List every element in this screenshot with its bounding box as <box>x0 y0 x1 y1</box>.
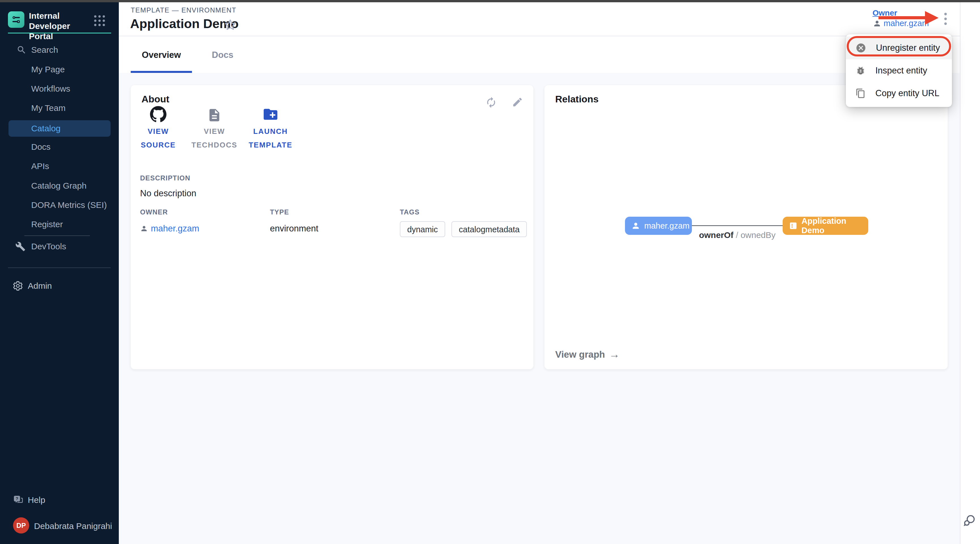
folder-plus-icon <box>262 103 279 122</box>
sidebar-item-catalog-graph[interactable]: Catalog Graph <box>0 176 119 196</box>
edit-pencil-icon[interactable] <box>512 96 523 110</box>
sidebar-item-catalog[interactable]: Catalog <box>8 120 111 137</box>
about-actions: VIEW SOURCE VIEW TECHDOCS LAUNCH <box>137 103 292 150</box>
sidebar-item-register[interactable]: Register <box>0 215 119 234</box>
sidebar-item-label: APIs <box>31 161 49 171</box>
edge-reverse-label: ownedBy <box>741 230 776 240</box>
arrow-right-icon: → <box>609 348 620 361</box>
sidebar-item-label: Workflows <box>31 84 70 94</box>
type-field: TYPE environment <box>270 208 400 237</box>
about-card: About VIEW SOURCE <box>131 85 533 369</box>
type-field-value: environment <box>270 224 400 234</box>
help-chat-icon: ? <box>13 495 24 506</box>
sidebar-item-label: Catalog Graph <box>31 181 86 191</box>
sidebar-item-label: DevTools <box>31 242 66 251</box>
node-label: maher.gzam <box>644 221 690 231</box>
sidebar: Internal Developer Portal Search My Page… <box>0 2 119 544</box>
action-label-line: LAUNCH <box>253 127 288 136</box>
gear-icon <box>13 280 23 291</box>
menu-item-label: Inspect entity <box>875 65 927 76</box>
apps-grid-icon[interactable] <box>94 15 105 26</box>
person-icon <box>140 224 148 232</box>
sidebar-item-label: Docs <box>31 142 51 152</box>
refresh-icon[interactable] <box>485 96 497 110</box>
entity-menu-kebab-icon[interactable] <box>940 10 951 28</box>
sidebar-item-label: My Page <box>31 65 65 74</box>
user-name[interactable]: Debabrata Panigrahi <box>34 521 112 531</box>
person-icon <box>631 221 640 230</box>
tab-overview[interactable]: Overview <box>131 37 192 73</box>
person-icon <box>873 19 881 28</box>
app-title: Internal Developer Portal <box>29 11 90 41</box>
window-chrome-strip <box>0 0 980 2</box>
cancel-circle-icon <box>856 43 866 53</box>
breadcrumb: TEMPLATE — ENVIRONMENT <box>131 6 237 14</box>
edge-forward-label: ownerOf <box>699 230 733 240</box>
tag-chip[interactable]: catalogmetadata <box>452 221 527 237</box>
sidebar-item-help[interactable]: ? Help <box>0 490 119 510</box>
owner-username: maher.gzam <box>884 19 929 28</box>
sidebar-item-apis[interactable]: APIs <box>0 157 119 176</box>
owner-field: OWNER maher.gzam <box>140 208 270 237</box>
menu-item-label: Unregister entity <box>876 43 940 53</box>
tab-label: Docs <box>212 50 233 60</box>
relations-card-title: Relations <box>555 94 598 105</box>
owner-field-value[interactable]: maher.gzam <box>151 224 199 234</box>
sidebar-item-search[interactable]: Search <box>0 40 119 60</box>
sidebar-item-label: My Team <box>31 103 65 113</box>
menu-item-label: Copy entity URL <box>875 88 939 99</box>
sidebar-item-label: Register <box>31 220 63 229</box>
sidebar-item-devtools[interactable]: DevTools <box>0 237 119 256</box>
description-value: No description <box>140 188 196 199</box>
sidebar-divider-full <box>8 267 111 268</box>
owner-field-label: OWNER <box>140 208 270 216</box>
svg-text:?: ? <box>16 496 18 501</box>
sidebar-item-admin[interactable]: Admin <box>0 276 119 296</box>
view-source-button[interactable]: VIEW SOURCE <box>137 103 180 150</box>
right-rail <box>960 2 980 544</box>
menu-item-unregister-entity[interactable]: Unregister entity <box>846 37 952 59</box>
relation-node-entity[interactable]: Application Demo <box>783 217 868 235</box>
tab-label: Overview <box>142 50 181 60</box>
annotation-arrow <box>878 16 926 19</box>
sidebar-item-my-team[interactable]: My Team <box>0 99 119 118</box>
about-fields: OWNER maher.gzam TYPE environment TAGS d… <box>140 208 530 237</box>
favorite-star-icon[interactable] <box>224 19 237 32</box>
copy-icon <box>856 88 866 99</box>
chat-bubbles-icon[interactable] <box>963 513 978 529</box>
view-graph-link[interactable]: View graph → <box>555 348 620 361</box>
search-icon <box>16 45 27 55</box>
sidebar-item-dora-metrics[interactable]: DORA Metrics (SEI) <box>0 196 119 215</box>
entity-context-menu: Unregister entity Inspect entity Copy en… <box>846 34 952 107</box>
sidebar-divider-short <box>24 235 90 236</box>
github-icon <box>150 103 167 122</box>
sidebar-item-label: DORA Metrics (SEI) <box>31 200 107 210</box>
description-label: DESCRIPTION <box>140 174 196 182</box>
menu-item-inspect-entity[interactable]: Inspect entity <box>846 59 952 82</box>
menu-item-copy-entity-url[interactable]: Copy entity URL <box>846 82 952 105</box>
app-logo[interactable] <box>8 11 24 28</box>
view-techdocs-button[interactable]: VIEW TECHDOCS <box>193 103 235 150</box>
owner-user-link[interactable]: maher.gzam <box>873 19 929 28</box>
page-title: Application Demo <box>130 16 239 31</box>
user-avatar[interactable]: DP <box>13 517 29 533</box>
sidebar-item-label: Admin <box>28 281 52 291</box>
sidebar-item-workflows[interactable]: Workflows <box>0 79 119 99</box>
sidebar-item-docs[interactable]: Docs <box>0 137 119 157</box>
node-label: Application Demo <box>802 216 868 235</box>
tab-docs[interactable]: Docs <box>192 37 253 73</box>
launch-template-button[interactable]: LAUNCH TEMPLATE <box>249 103 292 150</box>
sidebar-accent-divider <box>8 33 111 33</box>
sidebar-item-my-page[interactable]: My Page <box>0 60 119 79</box>
tag-chip[interactable]: dynamic <box>400 221 445 237</box>
wrench-icon <box>15 241 25 251</box>
relation-node-user[interactable]: maher.gzam <box>625 217 692 235</box>
logo-glyph <box>11 14 22 25</box>
bug-icon <box>856 65 866 76</box>
action-label-line: VIEW <box>204 127 225 136</box>
action-label-line: VIEW <box>148 127 169 136</box>
relations-card: Relations ownerOf / ownedBy maher.gzam A… <box>544 85 948 369</box>
relation-edge-line <box>692 225 783 226</box>
annotation-arrow-head <box>925 11 939 25</box>
avatar-initials: DP <box>16 522 26 530</box>
